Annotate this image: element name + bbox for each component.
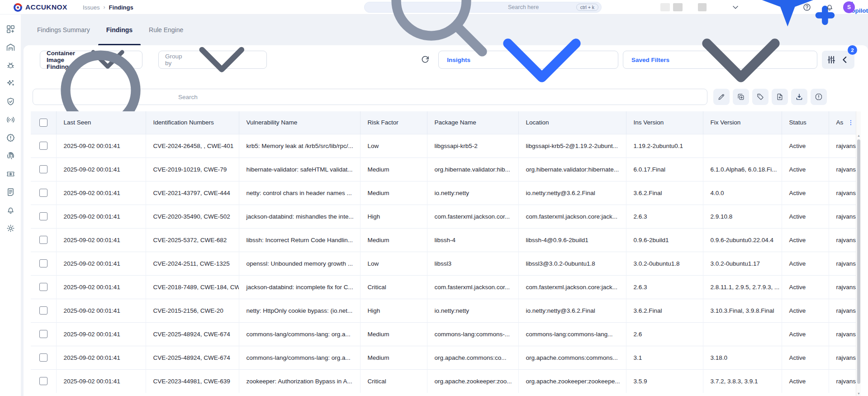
cell-status: Active: [782, 228, 829, 252]
create-ticket-button[interactable]: [772, 89, 788, 105]
table-actions: [713, 89, 827, 105]
cell-last-seen: 2025-09-02 00:01:41: [56, 181, 146, 205]
row-checkbox[interactable]: [39, 330, 47, 338]
copy-plus-icon: [737, 93, 745, 101]
scrollbar-thumb[interactable]: [857, 139, 860, 384]
row-select-cell: [31, 275, 56, 299]
table-row[interactable]: 2025-09-02 00:01:41CVE-2015-2156, CWE-20…: [31, 299, 859, 322]
accuknox-logo[interactable]: ACCUKNOX: [14, 0, 67, 14]
column-header-package-name[interactable]: Package Name: [427, 111, 518, 134]
cell-last-seen: 2025-09-02 00:01:41: [56, 205, 146, 228]
active-filter-count-badge: 2: [848, 45, 857, 55]
select-all-checkbox[interactable]: [39, 119, 47, 127]
column-header-risk-factor[interactable]: Risk Factor: [360, 111, 427, 134]
group-by-select[interactable]: Group by: [158, 51, 267, 69]
global-search-input[interactable]: Search here ctrl + k: [364, 2, 602, 13]
row-select-cell: [31, 369, 56, 393]
accuknox-logo-icon: [14, 3, 22, 12]
cell-risk-factor: High: [360, 205, 427, 228]
tag-button[interactable]: [752, 89, 768, 105]
cell-as: rajvans: [829, 181, 859, 205]
filter-sliders-button[interactable]: [826, 55, 836, 65]
table-row[interactable]: 2025-09-02 00:01:41CVE-2021-43797, CWE-4…: [31, 181, 859, 205]
column-header-vulnerability-name[interactable]: Vulnerability Name: [239, 111, 360, 134]
row-checkbox[interactable]: [39, 165, 47, 173]
row-checkbox[interactable]: [39, 212, 47, 220]
cell-ins-version: 0.9.6-2build1: [626, 228, 703, 252]
table-row[interactable]: 2025-09-02 00:01:41CVE-2025-48924, CWE-6…: [31, 346, 859, 369]
sidebar-item-inventory[interactable]: [0, 38, 21, 56]
table-row[interactable]: 2025-09-02 00:01:41CVE-2025-5372, CWE-68…: [31, 228, 859, 252]
sidebar-item-compliance[interactable]: [0, 92, 21, 110]
sidebar-item-dashboard[interactable]: [0, 20, 21, 38]
sidebar-item-settings[interactable]: [0, 219, 21, 237]
warehouse-icon: [6, 43, 15, 52]
cell-ins-version: 3.5.9: [626, 369, 703, 393]
duplicate-button[interactable]: [733, 89, 749, 105]
top-navbar: ACCUKNOX Issues › Findings Search here c…: [0, 0, 868, 14]
help-button[interactable]: [802, 3, 811, 12]
column-header-identification-numbers[interactable]: Identification Numbers: [146, 111, 239, 134]
table-row[interactable]: 2025-09-02 00:01:41CVE-2025-48924, CWE-6…: [31, 322, 859, 346]
table-row[interactable]: 2025-09-02 00:01:41CVE-2018-7489, CWE-18…: [31, 275, 859, 299]
column-header-as[interactable]: As: [829, 111, 859, 134]
column-header-status[interactable]: Status: [782, 111, 829, 134]
cell-last-seen: 2025-09-02 00:01:41: [56, 252, 146, 275]
scrollbar-up-arrow-icon[interactable]: ▲: [856, 134, 861, 137]
org-chevron-down-icon[interactable]: [731, 3, 740, 12]
row-checkbox[interactable]: [39, 377, 47, 385]
cell-fix-version: 3.10.3.Final, 3.9.8.Final: [703, 299, 782, 322]
row-checkbox[interactable]: [39, 236, 47, 244]
cell-fix-version: 2.9.10.8: [703, 205, 782, 228]
row-checkbox[interactable]: [39, 189, 47, 197]
cell-location: commons-lang:commons-lang...: [518, 322, 626, 346]
row-checkbox[interactable]: [39, 283, 47, 291]
table-scrollbar[interactable]: ▲ ▼: [856, 111, 861, 396]
sidebar-item-identity[interactable]: [0, 147, 21, 165]
column-header-fix-version[interactable]: Fix Version: [703, 111, 782, 134]
cell-ins-version: 3.6.2.Final: [626, 181, 703, 205]
report-false-positive-button[interactable]: [811, 89, 827, 105]
column-header-last-seen[interactable]: Last Seen: [56, 111, 146, 134]
download-icon: [795, 93, 803, 101]
sidebar-item-notifications[interactable]: [0, 201, 21, 219]
bug-icon: [6, 61, 15, 70]
cell-package-name: libssh-4: [427, 228, 518, 252]
row-checkbox[interactable]: [39, 142, 47, 150]
table-row[interactable]: 2025-09-02 00:01:41CVE-2023-44981, CWE-6…: [31, 369, 859, 393]
row-checkbox[interactable]: [39, 353, 47, 362]
column-header-location[interactable]: Location: [518, 111, 626, 134]
cell-fix-version: [703, 134, 782, 157]
sidebar-item-reports[interactable]: [0, 183, 21, 201]
cell-ins-version: 2.6.3: [626, 205, 703, 228]
cell-identification-numbers: CVE-2021-43797, CWE-444: [146, 181, 239, 205]
sidebar-item-tickets[interactable]: [0, 165, 21, 183]
sidebar-item-remediation[interactable]: [0, 74, 21, 92]
cell-location: com.fasterxml.jackson.core:jack...: [518, 275, 626, 299]
breadcrumb-issues[interactable]: Issues: [83, 4, 100, 11]
row-checkbox[interactable]: [39, 306, 47, 315]
table-row[interactable]: 2025-09-02 00:01:41CVE-2019-10219, CWE-7…: [31, 157, 859, 181]
user-avatar[interactable]: S: [843, 1, 855, 13]
column-header-ins-version[interactable]: Ins Version: [626, 111, 703, 134]
ticket-star-icon: [6, 169, 15, 179]
table-search-input[interactable]: Search: [33, 89, 707, 105]
sidebar-item-alerts[interactable]: [0, 129, 21, 147]
row-checkbox[interactable]: [39, 259, 47, 267]
edit-button[interactable]: [713, 89, 730, 105]
scrollbar-down-arrow-icon[interactable]: ▼: [856, 392, 861, 395]
cell-package-name: io.netty:netty: [427, 181, 518, 205]
sidebar-item-runtime-protection[interactable]: [0, 110, 21, 129]
row-select-cell: [31, 346, 56, 369]
table-row[interactable]: 2025-09-02 00:01:41CVE-2024-26458, , CWE…: [31, 134, 859, 157]
cell-risk-factor: Low: [360, 134, 427, 157]
table-row[interactable]: 2025-09-02 00:01:41CVE-2024-2511, CWE-13…: [31, 252, 859, 275]
notifications-button[interactable]: [825, 3, 834, 12]
table-row[interactable]: 2025-09-02 00:01:41CVE-2020-35490, CWE-5…: [31, 205, 859, 228]
column-menu-kebab-icon[interactable]: [848, 119, 854, 127]
download-button[interactable]: [791, 89, 807, 105]
cell-as: rajvans: [829, 322, 859, 346]
collapse-chevron-left-icon[interactable]: [840, 55, 850, 65]
select-all-header-cell: [31, 111, 56, 134]
sidebar-item-issues[interactable]: [0, 56, 21, 74]
